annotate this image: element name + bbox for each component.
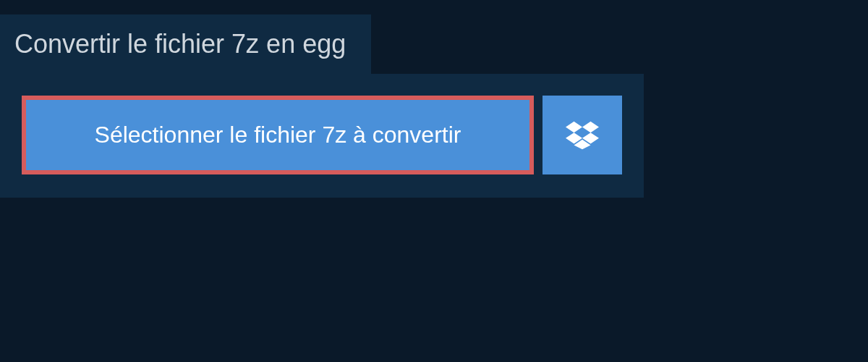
select-file-button[interactable]: Sélectionner le fichier 7z à convertir bbox=[22, 96, 534, 174]
upload-panel: Sélectionner le fichier 7z à convertir bbox=[0, 74, 644, 198]
page-title: Convertir le fichier 7z en egg bbox=[14, 29, 346, 59]
select-file-label: Sélectionner le fichier 7z à convertir bbox=[95, 122, 461, 148]
main-container: Convertir le fichier 7z en egg Sélection… bbox=[0, 0, 868, 198]
title-tab: Convertir le fichier 7z en egg bbox=[0, 14, 371, 74]
dropbox-button[interactable] bbox=[542, 96, 622, 174]
button-row: Sélectionner le fichier 7z à convertir bbox=[22, 96, 622, 174]
dropbox-icon bbox=[566, 119, 599, 152]
